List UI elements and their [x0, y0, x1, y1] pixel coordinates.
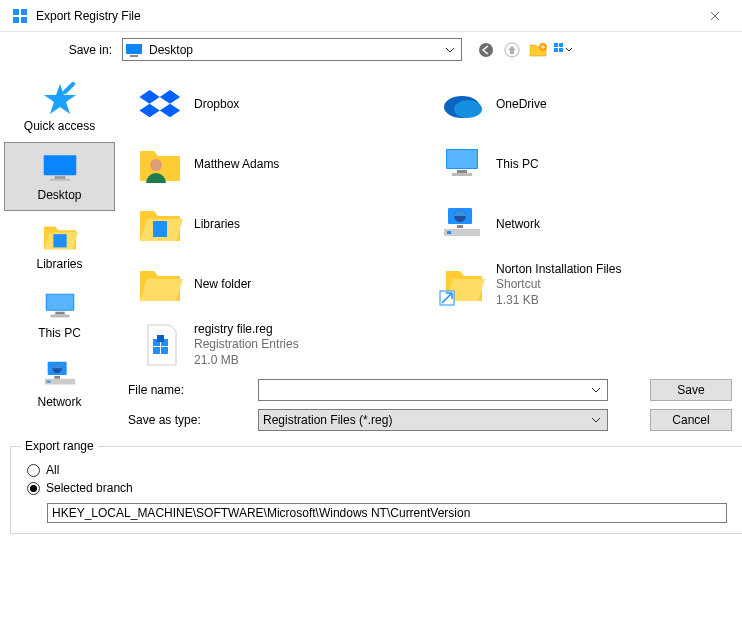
file-name: Dropbox	[194, 97, 239, 113]
new-folder-button[interactable]	[528, 40, 548, 60]
libraries-icon	[132, 201, 188, 249]
svg-rect-31	[457, 170, 467, 173]
window-title: Export Registry File	[36, 9, 692, 23]
close-button[interactable]	[692, 0, 738, 32]
radio-all[interactable]	[27, 464, 40, 477]
file-name: Network	[496, 217, 540, 233]
file-name: OneDrive	[496, 97, 547, 113]
radio-all-label: All	[46, 463, 59, 477]
svg-rect-32	[452, 173, 472, 176]
filename-input[interactable]	[258, 379, 608, 401]
location-bar: Save in: Desktop	[0, 32, 742, 71]
titlebar: Export Registry File	[0, 0, 742, 32]
file-size: 21.0 MB	[194, 353, 299, 369]
svg-rect-0	[13, 9, 19, 15]
export-range-legend: Export range	[21, 439, 98, 453]
sidebar-item-label: Libraries	[36, 257, 82, 271]
view-menu-button[interactable]	[554, 40, 574, 60]
this-pc-icon	[434, 141, 490, 189]
save-button[interactable]: Save	[650, 379, 732, 401]
folder-icon	[132, 261, 188, 309]
svg-point-6	[479, 43, 493, 57]
cancel-button[interactable]: Cancel	[650, 409, 732, 431]
svg-rect-14	[54, 176, 65, 179]
radio-all-row[interactable]: All	[27, 463, 733, 477]
svg-rect-11	[554, 48, 558, 52]
svg-rect-20	[50, 315, 69, 318]
svg-point-27	[454, 100, 482, 118]
svg-rect-23	[54, 376, 60, 379]
svg-rect-3	[21, 17, 27, 23]
file-item-norton[interactable]: Norton Installation Files Shortcut 1.31 …	[430, 255, 732, 315]
sidebar-item-desktop[interactable]: Desktop	[4, 142, 115, 211]
svg-rect-18	[46, 295, 73, 310]
sidebar-item-label: Desktop	[37, 188, 81, 202]
svg-rect-19	[55, 312, 65, 315]
radio-selected-label: Selected branch	[46, 481, 133, 495]
savein-combo[interactable]: Desktop	[122, 38, 462, 61]
file-item-thispc[interactable]: This PC	[430, 135, 732, 195]
file-name: Norton Installation Files	[496, 262, 621, 278]
svg-rect-15	[50, 179, 70, 181]
this-pc-icon	[41, 289, 79, 323]
file-item-dropbox[interactable]: Dropbox	[128, 75, 430, 135]
svg-rect-16	[53, 234, 66, 247]
places-bar: Quick access Desktop Libraries This PC N…	[0, 71, 118, 431]
svg-rect-43	[161, 347, 168, 354]
svg-rect-2	[13, 17, 19, 23]
svg-rect-12	[559, 48, 563, 52]
svg-point-28	[150, 159, 162, 171]
file-item-libraries[interactable]: Libraries	[128, 195, 430, 255]
sidebar-item-libraries[interactable]: Libraries	[4, 211, 115, 280]
file-item-regfile[interactable]: registry file.reg Registration Entries 2…	[128, 315, 430, 375]
saveastype-label: Save as type:	[128, 413, 258, 427]
file-name: This PC	[496, 157, 539, 173]
svg-rect-44	[157, 335, 164, 342]
saveastype-value: Registration Files (*.reg)	[263, 413, 392, 427]
reg-file-icon	[132, 321, 188, 369]
branch-input[interactable]	[47, 503, 727, 523]
chevron-down-icon	[587, 410, 605, 430]
onedrive-icon	[434, 81, 490, 129]
quick-access-icon	[41, 82, 79, 116]
svg-rect-5	[130, 55, 138, 57]
sidebar-item-network[interactable]: Network	[4, 349, 115, 418]
radio-selected-row[interactable]: Selected branch	[27, 481, 733, 495]
file-item-onedrive[interactable]: OneDrive	[430, 75, 732, 135]
sidebar-item-label: Quick access	[24, 119, 95, 133]
file-name: Libraries	[194, 217, 240, 233]
network-icon	[41, 358, 79, 392]
nav-toolbar	[476, 40, 574, 60]
shortcut-folder-icon	[434, 261, 490, 309]
chevron-down-icon	[587, 380, 605, 400]
network-icon	[434, 201, 490, 249]
sidebar-item-thispc[interactable]: This PC	[4, 280, 115, 349]
file-size: 1.31 KB	[496, 293, 621, 309]
svg-rect-25	[46, 381, 50, 383]
file-type: Shortcut	[496, 277, 621, 293]
chevron-down-icon	[441, 40, 459, 59]
filename-label: File name:	[128, 383, 258, 397]
file-item-network[interactable]: Network	[430, 195, 732, 255]
file-item-newfolder[interactable]: New folder	[128, 255, 430, 315]
app-icon	[12, 8, 28, 24]
file-name: New folder	[194, 277, 251, 293]
sidebar-item-quickaccess[interactable]: Quick access	[4, 73, 115, 142]
savein-value: Desktop	[149, 43, 441, 57]
saveastype-combo[interactable]: Registration Files (*.reg)	[258, 409, 608, 431]
back-button[interactable]	[476, 40, 496, 60]
svg-rect-4	[126, 44, 142, 54]
desktop-icon	[125, 43, 143, 57]
export-range-group: Export range All Selected branch	[10, 439, 742, 534]
dropbox-icon	[132, 81, 188, 129]
svg-rect-1	[21, 9, 27, 15]
savein-label: Save in:	[10, 43, 122, 57]
radio-selected-branch[interactable]	[27, 482, 40, 495]
sidebar-item-label: This PC	[38, 326, 81, 340]
svg-rect-36	[457, 225, 463, 228]
user-folder-icon	[132, 141, 188, 189]
file-item-user[interactable]: Matthew Adams	[128, 135, 430, 195]
file-list[interactable]: Dropbox OneDrive Matthew Adams This PC L…	[128, 75, 732, 375]
up-button[interactable]	[502, 40, 522, 60]
svg-rect-42	[153, 347, 160, 354]
